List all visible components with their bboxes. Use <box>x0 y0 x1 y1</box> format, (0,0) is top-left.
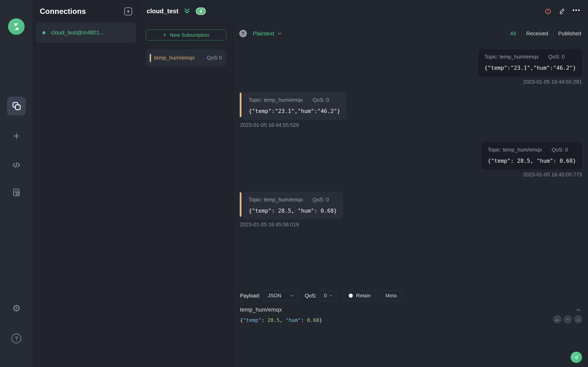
message-card: Topic: temp_hum/emqx QoS: 0 {"temp": 28.… <box>482 142 582 169</box>
subscription-topic: temp_hum/emqx <box>154 55 195 61</box>
connection-name: cloud_test@m4801... <box>51 29 104 36</box>
messages-pane: ? Plaintext All Received Published <box>233 22 588 367</box>
subscription-qos: QoS 0 <box>207 55 222 61</box>
log-icon <box>11 187 22 198</box>
message-published: Topic: temp_hum/emqx QoS: 0 {"temp":"23.… <box>240 92 582 128</box>
main-header: cloud_test 4 <box>139 0 588 22</box>
message-card: Topic: temp_hum/emqx QoS: 0 {"temp": 28.… <box>242 192 343 219</box>
mqttx-logo <box>8 18 25 35</box>
subscription-color-bar <box>150 54 151 62</box>
message-qos: QoS: 0 <box>312 97 329 103</box>
edit-pencil-icon <box>558 7 566 15</box>
double-chevron-down-icon <box>183 7 191 15</box>
qos-select[interactable]: 0 <box>320 290 337 301</box>
message-timestamp: 2023-01-05 16:45:06:019 <box>240 222 299 227</box>
messages-toolbar: ? Plaintext All Received Published <box>233 22 588 45</box>
nav-new-connection[interactable]: + <box>13 129 20 142</box>
message-qos: QoS: 0 <box>548 54 565 60</box>
message-format-select[interactable]: Plaintext <box>253 30 283 37</box>
nav-settings[interactable]: ⚙ <box>11 303 22 314</box>
chevron-down-icon <box>290 293 294 298</box>
meta-button[interactable]: Meta <box>380 290 402 301</box>
filter-all[interactable]: All <box>510 31 516 36</box>
gear-icon: ⚙ <box>12 304 21 313</box>
message-topic: Topic: temp_hum/emqx <box>484 54 539 60</box>
message-qos: QoS: 0 <box>312 197 329 203</box>
subscription-item[interactable]: temp_hum/emqx QoS 0 <box>146 49 226 66</box>
connection-item[interactable]: cloud_test@m4801... <box>36 22 136 43</box>
connections-icon <box>11 101 22 111</box>
message-qos: QoS: 0 <box>552 147 568 153</box>
plus-icon: + <box>13 129 20 142</box>
nav-help[interactable]: ? <box>11 334 21 343</box>
message-filters: All Received Published <box>510 31 581 36</box>
chevron-down-icon <box>329 293 333 298</box>
chevron-down-icon <box>277 31 283 36</box>
send-button[interactable] <box>571 352 582 363</box>
subscriptions-column: + New Subscription temp_hum/emqx QoS 0 <box>139 22 233 367</box>
message-payload: {"temp": 28.5, "hum": 0.68} <box>249 208 337 214</box>
filter-published[interactable]: Published <box>558 31 581 36</box>
filter-divider <box>553 31 553 36</box>
payload-format-select[interactable]: JSON <box>264 290 298 301</box>
payload-format-help-button[interactable]: ? <box>239 30 247 37</box>
publish-panel: Payload: JSON QoS: 0 <box>233 285 588 367</box>
publish-topic-input[interactable]: temp_hum/emqx <box>240 307 575 313</box>
message-payload: {"temp": 28.5, "hum": 0.68} <box>488 158 576 164</box>
power-icon <box>544 7 552 15</box>
plus-icon: + <box>127 8 130 14</box>
connection-title: cloud_test <box>147 8 178 15</box>
message-list[interactable]: Topic: temp_hum/emqx QoS: 0 {"temp":"23.… <box>233 45 588 285</box>
question-icon: ? <box>242 31 245 36</box>
history-prev-button[interactable]: ← <box>553 315 561 323</box>
nav-log[interactable] <box>11 187 22 198</box>
main-area: cloud_test 4 <box>139 0 588 367</box>
nav-connections[interactable] <box>7 97 26 115</box>
message-count-badge[interactable]: 4 <box>196 8 206 15</box>
message-timestamp: 2023-01-05 16:44:55:529 <box>240 122 299 128</box>
nav-script[interactable] <box>11 159 22 171</box>
history-next-button[interactable]: → <box>574 315 582 323</box>
message-topic: Topic: temp_hum/emqx <box>488 147 542 153</box>
message-payload: {"temp":"23.1","hum":"46.2"} <box>249 108 340 114</box>
more-options-button[interactable]: ••• <box>573 7 581 15</box>
question-icon: ? <box>15 336 18 342</box>
message-color-bar <box>240 92 242 117</box>
filter-received[interactable]: Received <box>526 31 548 36</box>
disconnect-button[interactable] <box>544 7 552 15</box>
code-icon <box>11 160 22 170</box>
retain-dot-icon <box>349 294 353 298</box>
message-topic: Topic: temp_hum/emqx <box>249 97 303 103</box>
plus-icon: + <box>163 31 166 38</box>
payload-editor[interactable]: {"temp": 28.5, "hum": 0.68} <box>240 317 582 323</box>
message-color-bar <box>240 192 242 217</box>
message-card: Topic: temp_hum/emqx QoS: 0 {"temp":"23.… <box>242 92 346 120</box>
minus-icon: − <box>566 317 569 322</box>
mqttx-logo-icon <box>11 22 21 32</box>
payload-label: Payload: <box>240 293 260 299</box>
add-connection-button[interactable]: + <box>124 8 132 16</box>
arrow-right-icon: → <box>576 317 581 322</box>
connections-panel: Connections + cloud_test@m4801... <box>33 0 139 367</box>
edit-connection-button[interactable] <box>558 7 566 15</box>
message-payload: {"temp":"23.1","hum":"46.2"} <box>484 65 576 71</box>
qos-label: QoS: <box>305 293 317 299</box>
left-rail: + ⚙ ? <box>0 0 33 367</box>
collapse-connection-button[interactable] <box>183 7 191 15</box>
message-timestamp: 2023-01-05 16:45:05:773 <box>523 172 582 178</box>
message-card: Topic: temp_hum/emqx QoS: 0 {"temp":"23.… <box>478 49 582 77</box>
connections-title: Connections <box>40 7 86 16</box>
arrow-left-icon: ← <box>555 317 560 322</box>
mqttx-app: + ⚙ ? Connections <box>0 0 588 367</box>
message-received: Topic: temp_hum/emqx QoS: 0 {"temp": 28.… <box>240 142 582 178</box>
history-clear-button[interactable]: − <box>564 315 572 323</box>
message-received: Topic: temp_hum/emqx QoS: 0 {"temp":"23.… <box>240 49 582 85</box>
new-subscription-button[interactable]: + New Subscription <box>146 30 226 40</box>
message-timestamp: 2023-01-05 16:44:55:281 <box>523 79 582 85</box>
collapse-editor-button[interactable] <box>575 307 581 313</box>
retain-toggle[interactable]: Retain <box>344 290 376 301</box>
message-published: Topic: temp_hum/emqx QoS: 0 {"temp": 28.… <box>240 192 582 227</box>
send-plane-icon <box>573 354 579 360</box>
ellipsis-icon: ••• <box>572 10 581 12</box>
connected-status-dot <box>43 31 45 34</box>
